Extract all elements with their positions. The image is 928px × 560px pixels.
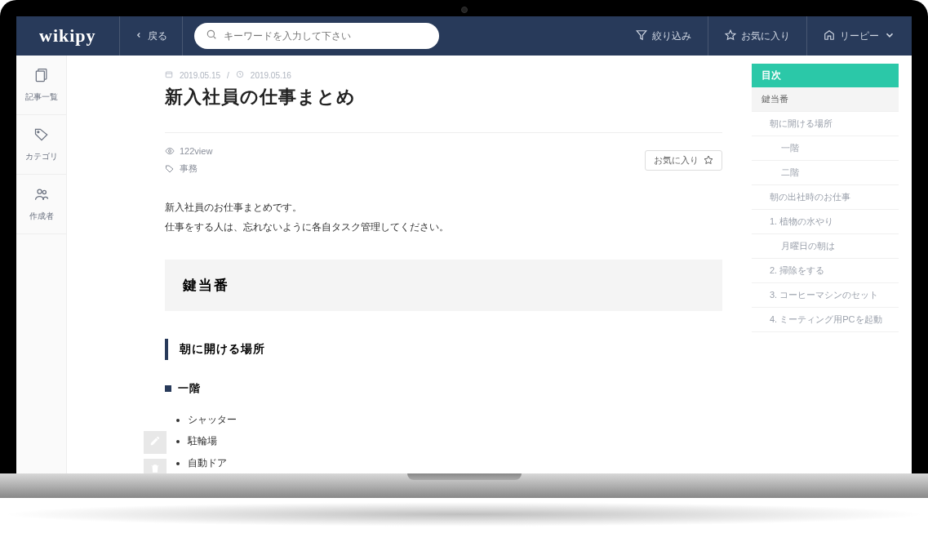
- toc-item[interactable]: 二階: [752, 161, 899, 185]
- bullet-list: シャッター 駐輪場 自動ドア スイッチはドア上部にあります。: [165, 409, 722, 473]
- svg-marker-3: [726, 30, 735, 39]
- delete-button[interactable]: [144, 459, 167, 473]
- toc-item[interactable]: 月曜日の朝は: [752, 234, 899, 259]
- eye-icon: [165, 146, 175, 156]
- toc-item[interactable]: 鍵当番: [752, 87, 899, 112]
- updated-date: 2019.05.16: [251, 71, 291, 80]
- sidebar-item-category[interactable]: カテゴリ: [16, 115, 66, 175]
- toc-item[interactable]: 一階: [752, 136, 899, 161]
- favorites-label: お気に入り: [741, 29, 790, 43]
- filter-icon: [636, 29, 647, 43]
- filter-button[interactable]: 絞り込み: [619, 29, 708, 43]
- sidebar-item-authors[interactable]: 作成者: [16, 175, 66, 234]
- svg-rect-5: [36, 71, 44, 82]
- svg-point-8: [42, 190, 46, 193]
- chevron-down-icon: [884, 29, 895, 43]
- article-title: 新入社員の仕事まとめ: [165, 85, 722, 109]
- toc-item[interactable]: 4. ミーティング用PCを起動: [752, 308, 899, 332]
- filter-label: 絞り込み: [652, 29, 691, 43]
- toc-item[interactable]: 朝に開ける場所: [752, 112, 899, 136]
- users-icon: [33, 186, 50, 206]
- list-item: 駐輪場: [188, 430, 722, 451]
- tag-icon: [165, 164, 175, 174]
- toc-item[interactable]: 3. コーヒーマシンのセット: [752, 283, 899, 308]
- sidebar-label: 作成者: [29, 211, 54, 222]
- camera-dot: [461, 7, 468, 13]
- sidebar: 記事一覧 カテゴリ 作成者: [16, 56, 67, 473]
- list-item: 自動ドア スイッチはドア上部にあります。: [188, 452, 722, 473]
- app-header: wikipy 戻る: [16, 16, 912, 56]
- svg-point-0: [207, 30, 214, 37]
- toc-item[interactable]: 朝の出社時のお仕事: [752, 185, 899, 210]
- star-icon: [725, 29, 736, 43]
- laptop-base: [0, 473, 928, 498]
- back-label: 戻る: [148, 29, 167, 43]
- section-heading-1: 鍵当番: [165, 260, 722, 311]
- laptop-shadow: [0, 502, 928, 527]
- favorite-label: お気に入り: [654, 154, 699, 167]
- section-heading-3: 一階: [165, 381, 722, 396]
- view-count: 122view: [180, 146, 212, 156]
- article-content: 2019.05.15 / 2019.05.16 新入社員の仕事まとめ: [67, 56, 752, 473]
- sidebar-item-articles[interactable]: 記事一覧: [16, 56, 66, 115]
- documents-icon: [33, 67, 50, 87]
- svg-marker-13: [704, 156, 713, 164]
- favorites-button[interactable]: お気に入り: [708, 29, 806, 43]
- clock-icon: [236, 70, 244, 80]
- edit-button[interactable]: [144, 431, 167, 454]
- toc-header: 目次: [752, 64, 899, 87]
- section-heading-2: 朝に開ける場所: [165, 339, 722, 360]
- svg-line-1: [213, 37, 215, 39]
- star-icon: [704, 155, 713, 167]
- list-item: シャッター: [188, 409, 722, 430]
- created-date: 2019.05.15: [180, 71, 220, 80]
- category-label[interactable]: 事務: [180, 162, 198, 175]
- tag-icon: [33, 127, 50, 146]
- calendar-icon: [165, 70, 173, 80]
- back-button[interactable]: 戻る: [120, 29, 182, 43]
- search-input[interactable]: [224, 30, 428, 42]
- svg-point-7: [38, 189, 42, 193]
- toc-item[interactable]: 1. 植物の水やり: [752, 210, 899, 234]
- favorite-button[interactable]: お気に入り: [645, 150, 722, 171]
- svg-rect-9: [166, 72, 172, 78]
- user-label: リーピー: [840, 29, 879, 43]
- logo[interactable]: wikipy: [16, 25, 119, 47]
- search-icon: [206, 29, 217, 43]
- sidebar-label: 記事一覧: [25, 91, 58, 103]
- chevron-left-icon: [135, 30, 143, 42]
- user-menu[interactable]: リーピー: [807, 29, 912, 43]
- edit-icon: [149, 435, 161, 450]
- intro-text: 新入社員のお仕事まとめです。 仕事をする人は、忘れないように各自タスク管理してく…: [165, 198, 722, 237]
- toc-item[interactable]: 2. 掃除をする: [752, 259, 899, 283]
- svg-point-12: [169, 150, 171, 153]
- date-row: 2019.05.15 / 2019.05.16: [165, 70, 722, 80]
- search-box[interactable]: [194, 23, 439, 49]
- sidebar-label: カテゴリ: [25, 151, 58, 162]
- home-icon: [824, 29, 835, 43]
- svg-point-6: [37, 131, 38, 133]
- table-of-contents: 目次 鍵当番 朝に開ける場所 一階 二階 朝の出社時のお仕事 1. 植物の水やり…: [752, 64, 899, 473]
- svg-marker-2: [637, 30, 646, 39]
- trash-icon: [149, 463, 161, 473]
